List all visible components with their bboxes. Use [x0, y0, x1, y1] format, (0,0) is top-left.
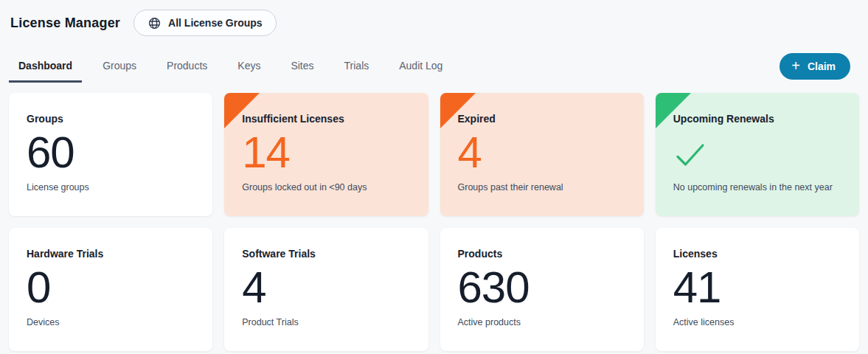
stat-card-hardware-trials[interactable]: Hardware Trials 0 Devices [9, 228, 212, 351]
all-license-groups-button[interactable]: All License Groups [133, 10, 277, 36]
card-value: 14 [242, 128, 410, 177]
stat-card-licenses[interactable]: Licenses 41 Active licenses [656, 228, 859, 351]
card-title: Expired [458, 113, 626, 125]
page-header: License Manager All License Groups [0, 0, 868, 37]
card-value: 0 [27, 263, 195, 312]
stat-card-products[interactable]: Products 630 Active products [440, 228, 644, 351]
card-value [673, 128, 841, 177]
card-corner-badge [224, 93, 260, 128]
tab-keys[interactable]: Keys [228, 50, 270, 83]
card-subtitle: No upcoming renewals in the next year [673, 182, 841, 192]
card-subtitle: Groups locked out in <90 days [242, 182, 410, 192]
card-title: Groups [27, 113, 195, 125]
claim-button-label: Claim [808, 60, 836, 72]
plus-icon: + [791, 58, 800, 73]
card-title: Upcoming Renewals [673, 113, 841, 125]
claim-button[interactable]: + Claim [780, 53, 850, 80]
card-value: 4 [458, 128, 626, 177]
tab-audit-log[interactable]: Audit Log [389, 50, 452, 83]
stat-card-groups[interactable]: Groups 60 License groups [9, 93, 212, 216]
tab-products[interactable]: Products [157, 50, 217, 83]
card-subtitle: Active products [458, 317, 626, 327]
card-subtitle: License groups [27, 182, 195, 192]
card-value: 60 [27, 128, 195, 177]
card-corner-badge [656, 93, 691, 128]
card-title: Products [458, 248, 626, 260]
card-title: Software Trials [242, 248, 410, 260]
stat-card-insufficient-licenses[interactable]: Insufficient Licenses 14 Groups locked o… [224, 93, 428, 216]
stat-cards-grid: Groups 60 License groups Insufficient Li… [0, 83, 868, 351]
card-value: 41 [673, 263, 841, 312]
tab-bar: Dashboard Groups Products Keys Sites Tri… [0, 50, 868, 83]
page-title: License Manager [10, 15, 120, 31]
card-subtitle: Devices [27, 317, 195, 327]
card-subtitle: Groups past their renewal [458, 182, 626, 192]
card-value: 630 [458, 263, 626, 312]
tab-groups[interactable]: Groups [93, 50, 146, 83]
card-value: 4 [242, 263, 410, 312]
card-subtitle: Product Trials [242, 317, 410, 327]
tab-sites[interactable]: Sites [281, 50, 323, 83]
check-icon [673, 131, 706, 175]
stat-card-upcoming-renewals[interactable]: Upcoming Renewals No upcoming renewals i… [656, 93, 859, 216]
card-title: Licenses [673, 248, 841, 260]
all-license-groups-label: All License Groups [168, 17, 263, 29]
tab-dashboard[interactable]: Dashboard [9, 50, 82, 83]
card-corner-badge [440, 93, 476, 128]
tab-trials[interactable]: Trials [335, 50, 379, 83]
tabs: Dashboard Groups Products Keys Sites Tri… [9, 50, 463, 83]
stat-card-software-trials[interactable]: Software Trials 4 Product Trials [224, 228, 428, 351]
card-title: Insufficient Licenses [242, 113, 410, 125]
card-title: Hardware Trials [27, 248, 195, 260]
globe-icon [147, 16, 162, 30]
card-subtitle: Active licenses [673, 317, 841, 327]
stat-card-expired[interactable]: Expired 4 Groups past their renewal [440, 93, 644, 216]
